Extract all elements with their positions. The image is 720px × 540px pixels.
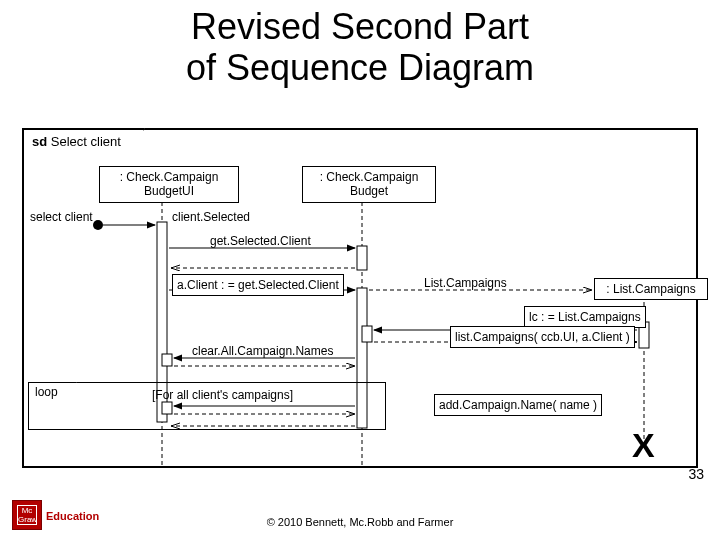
msg-list-campaigns: List.Campaigns xyxy=(424,276,507,290)
loop-guard: [For all client's campaigns] xyxy=(152,388,293,402)
title-line-1: Revised Second Part xyxy=(191,6,529,47)
loop-label-text: loop xyxy=(35,385,58,399)
copyright-footer: © 2010 Bennett, Mc.Robb and Farmer xyxy=(0,516,720,528)
page-title: Revised Second Part of Sequence Diagram xyxy=(0,6,720,89)
slide: Revised Second Part of Sequence Diagram … xyxy=(0,0,720,540)
title-line-2: of Sequence Diagram xyxy=(186,47,534,88)
svg-point-10 xyxy=(93,220,103,230)
loop-label: loop xyxy=(28,382,77,401)
msg-clear-all: clear.All.Campaign.Names xyxy=(192,344,333,358)
msg-add-campaign: add.Campaign.Name( name ) xyxy=(434,394,602,416)
msg-a-client-return: a.Client : = get.Selected.Client xyxy=(172,274,344,296)
sequence-diagram-frame: sd Select client : Check.CampaignBudgetU… xyxy=(22,128,698,468)
msg-list-campaigns-call: list.Campaigns( ccb.UI, a.Client ) xyxy=(450,326,635,348)
page-number: 33 xyxy=(688,466,704,482)
msg-client-selected: client.Selected xyxy=(172,210,250,224)
destroy-icon: X xyxy=(632,426,655,465)
logo-mc: Mc xyxy=(22,506,33,515)
msg-get-selected-client: get.Selected.Client xyxy=(210,234,311,248)
